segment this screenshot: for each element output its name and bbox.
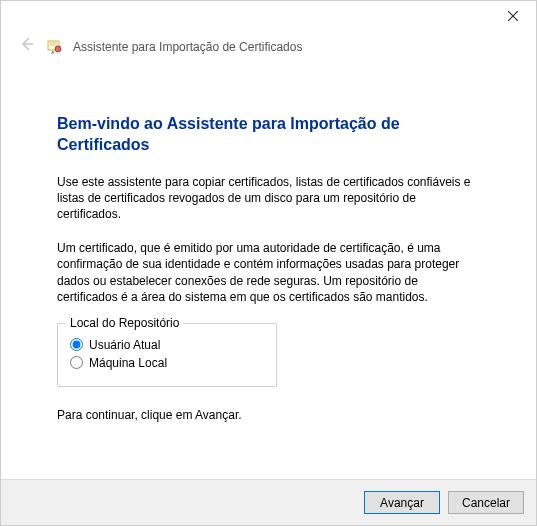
radio-local-machine-label[interactable]: Máquina Local [89,356,167,370]
header-row: Assistente para Importação de Certificad… [1,31,536,68]
svg-point-6 [55,46,61,52]
radio-current-user[interactable] [70,338,83,351]
back-arrow-icon [17,35,37,58]
content-area: Bem-vindo ao Assistente para Importação … [1,68,536,423]
radio-local-machine[interactable] [70,356,83,369]
radio-row-current-user[interactable]: Usuário Atual [70,338,264,352]
titlebar [1,1,536,31]
wizard-title: Assistente para Importação de Certificad… [73,40,302,54]
close-icon[interactable] [498,5,528,27]
groupbox-title: Local do Repositório [66,316,183,330]
footer: Avançar Cancelar [1,479,536,525]
page-heading: Bem-vindo ao Assistente para Importação … [57,114,480,156]
certificate-icon [47,39,63,55]
continue-instruction: Para continuar, clique em Avançar. [57,407,480,423]
cancel-button[interactable]: Cancelar [448,491,524,514]
radio-current-user-label[interactable]: Usuário Atual [89,338,160,352]
intro-paragraph-2: Um certificado, que é emitido por uma au… [57,240,480,305]
store-location-groupbox: Local do Repositório Usuário Atual Máqui… [57,323,277,387]
radio-row-local-machine[interactable]: Máquina Local [70,356,264,370]
next-button[interactable]: Avançar [364,491,440,514]
intro-paragraph-1: Use este assistente para copiar certific… [57,174,480,223]
